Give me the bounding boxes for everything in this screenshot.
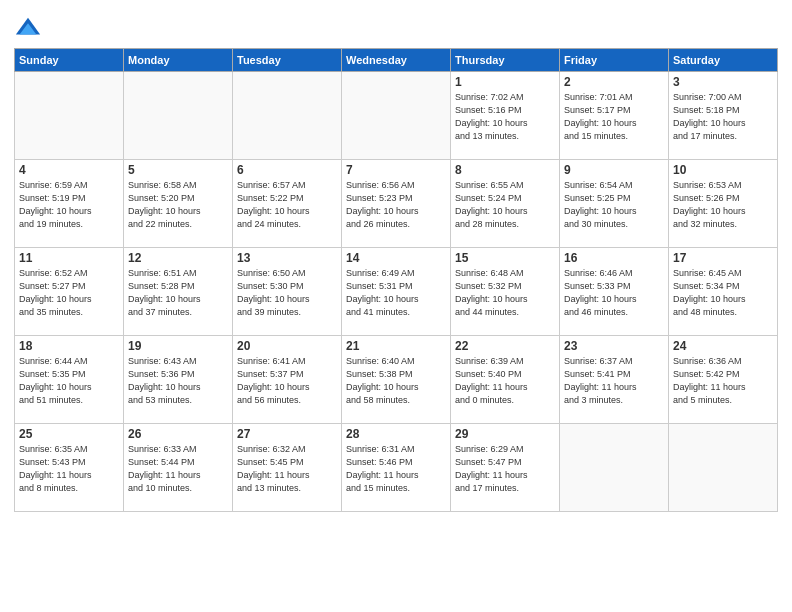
calendar-cell: 19Sunrise: 6:43 AM Sunset: 5:36 PM Dayli… bbox=[124, 336, 233, 424]
day-number: 13 bbox=[237, 251, 337, 265]
calendar-cell: 2Sunrise: 7:01 AM Sunset: 5:17 PM Daylig… bbox=[560, 72, 669, 160]
page-container: SundayMondayTuesdayWednesdayThursdayFrid… bbox=[0, 0, 792, 520]
day-number: 1 bbox=[455, 75, 555, 89]
calendar-cell: 24Sunrise: 6:36 AM Sunset: 5:42 PM Dayli… bbox=[669, 336, 778, 424]
day-info: Sunrise: 6:44 AM Sunset: 5:35 PM Dayligh… bbox=[19, 355, 119, 407]
calendar-cell: 5Sunrise: 6:58 AM Sunset: 5:20 PM Daylig… bbox=[124, 160, 233, 248]
day-number: 16 bbox=[564, 251, 664, 265]
day-info: Sunrise: 6:33 AM Sunset: 5:44 PM Dayligh… bbox=[128, 443, 228, 495]
day-number: 14 bbox=[346, 251, 446, 265]
calendar-header-row: SundayMondayTuesdayWednesdayThursdayFrid… bbox=[15, 49, 778, 72]
day-number: 27 bbox=[237, 427, 337, 441]
day-info: Sunrise: 6:50 AM Sunset: 5:30 PM Dayligh… bbox=[237, 267, 337, 319]
day-info: Sunrise: 6:41 AM Sunset: 5:37 PM Dayligh… bbox=[237, 355, 337, 407]
col-header-saturday: Saturday bbox=[669, 49, 778, 72]
day-number: 7 bbox=[346, 163, 446, 177]
day-number: 24 bbox=[673, 339, 773, 353]
day-info: Sunrise: 6:55 AM Sunset: 5:24 PM Dayligh… bbox=[455, 179, 555, 231]
day-number: 8 bbox=[455, 163, 555, 177]
calendar-cell: 1Sunrise: 7:02 AM Sunset: 5:16 PM Daylig… bbox=[451, 72, 560, 160]
day-number: 26 bbox=[128, 427, 228, 441]
day-info: Sunrise: 6:37 AM Sunset: 5:41 PM Dayligh… bbox=[564, 355, 664, 407]
day-info: Sunrise: 6:39 AM Sunset: 5:40 PM Dayligh… bbox=[455, 355, 555, 407]
calendar-week-3: 11Sunrise: 6:52 AM Sunset: 5:27 PM Dayli… bbox=[15, 248, 778, 336]
calendar-cell: 4Sunrise: 6:59 AM Sunset: 5:19 PM Daylig… bbox=[15, 160, 124, 248]
day-info: Sunrise: 6:51 AM Sunset: 5:28 PM Dayligh… bbox=[128, 267, 228, 319]
day-number: 9 bbox=[564, 163, 664, 177]
day-info: Sunrise: 6:46 AM Sunset: 5:33 PM Dayligh… bbox=[564, 267, 664, 319]
col-header-tuesday: Tuesday bbox=[233, 49, 342, 72]
day-info: Sunrise: 6:32 AM Sunset: 5:45 PM Dayligh… bbox=[237, 443, 337, 495]
col-header-wednesday: Wednesday bbox=[342, 49, 451, 72]
day-number: 6 bbox=[237, 163, 337, 177]
logo bbox=[14, 14, 46, 42]
day-info: Sunrise: 6:43 AM Sunset: 5:36 PM Dayligh… bbox=[128, 355, 228, 407]
day-info: Sunrise: 6:57 AM Sunset: 5:22 PM Dayligh… bbox=[237, 179, 337, 231]
calendar-cell: 29Sunrise: 6:29 AM Sunset: 5:47 PM Dayli… bbox=[451, 424, 560, 512]
day-info: Sunrise: 6:59 AM Sunset: 5:19 PM Dayligh… bbox=[19, 179, 119, 231]
calendar-cell bbox=[124, 72, 233, 160]
calendar-cell: 28Sunrise: 6:31 AM Sunset: 5:46 PM Dayli… bbox=[342, 424, 451, 512]
day-info: Sunrise: 6:56 AM Sunset: 5:23 PM Dayligh… bbox=[346, 179, 446, 231]
calendar-week-2: 4Sunrise: 6:59 AM Sunset: 5:19 PM Daylig… bbox=[15, 160, 778, 248]
calendar-cell: 18Sunrise: 6:44 AM Sunset: 5:35 PM Dayli… bbox=[15, 336, 124, 424]
calendar-cell: 8Sunrise: 6:55 AM Sunset: 5:24 PM Daylig… bbox=[451, 160, 560, 248]
day-info: Sunrise: 6:35 AM Sunset: 5:43 PM Dayligh… bbox=[19, 443, 119, 495]
col-header-monday: Monday bbox=[124, 49, 233, 72]
calendar-cell: 14Sunrise: 6:49 AM Sunset: 5:31 PM Dayli… bbox=[342, 248, 451, 336]
calendar-cell: 7Sunrise: 6:56 AM Sunset: 5:23 PM Daylig… bbox=[342, 160, 451, 248]
day-number: 21 bbox=[346, 339, 446, 353]
calendar-cell: 21Sunrise: 6:40 AM Sunset: 5:38 PM Dayli… bbox=[342, 336, 451, 424]
day-number: 22 bbox=[455, 339, 555, 353]
day-number: 12 bbox=[128, 251, 228, 265]
calendar-week-1: 1Sunrise: 7:02 AM Sunset: 5:16 PM Daylig… bbox=[15, 72, 778, 160]
day-number: 10 bbox=[673, 163, 773, 177]
calendar-cell: 6Sunrise: 6:57 AM Sunset: 5:22 PM Daylig… bbox=[233, 160, 342, 248]
day-number: 19 bbox=[128, 339, 228, 353]
day-number: 5 bbox=[128, 163, 228, 177]
col-header-sunday: Sunday bbox=[15, 49, 124, 72]
calendar-cell: 23Sunrise: 6:37 AM Sunset: 5:41 PM Dayli… bbox=[560, 336, 669, 424]
day-number: 18 bbox=[19, 339, 119, 353]
day-number: 17 bbox=[673, 251, 773, 265]
calendar-cell: 13Sunrise: 6:50 AM Sunset: 5:30 PM Dayli… bbox=[233, 248, 342, 336]
day-info: Sunrise: 6:29 AM Sunset: 5:47 PM Dayligh… bbox=[455, 443, 555, 495]
calendar-cell bbox=[560, 424, 669, 512]
logo-icon bbox=[14, 14, 42, 42]
day-info: Sunrise: 6:53 AM Sunset: 5:26 PM Dayligh… bbox=[673, 179, 773, 231]
day-info: Sunrise: 6:52 AM Sunset: 5:27 PM Dayligh… bbox=[19, 267, 119, 319]
day-number: 3 bbox=[673, 75, 773, 89]
day-number: 2 bbox=[564, 75, 664, 89]
day-number: 4 bbox=[19, 163, 119, 177]
day-info: Sunrise: 6:58 AM Sunset: 5:20 PM Dayligh… bbox=[128, 179, 228, 231]
calendar-week-5: 25Sunrise: 6:35 AM Sunset: 5:43 PM Dayli… bbox=[15, 424, 778, 512]
day-info: Sunrise: 6:45 AM Sunset: 5:34 PM Dayligh… bbox=[673, 267, 773, 319]
day-number: 15 bbox=[455, 251, 555, 265]
calendar-cell: 25Sunrise: 6:35 AM Sunset: 5:43 PM Dayli… bbox=[15, 424, 124, 512]
calendar-cell: 15Sunrise: 6:48 AM Sunset: 5:32 PM Dayli… bbox=[451, 248, 560, 336]
calendar-cell bbox=[233, 72, 342, 160]
day-info: Sunrise: 7:00 AM Sunset: 5:18 PM Dayligh… bbox=[673, 91, 773, 143]
day-info: Sunrise: 7:01 AM Sunset: 5:17 PM Dayligh… bbox=[564, 91, 664, 143]
col-header-friday: Friday bbox=[560, 49, 669, 72]
day-info: Sunrise: 6:48 AM Sunset: 5:32 PM Dayligh… bbox=[455, 267, 555, 319]
day-number: 11 bbox=[19, 251, 119, 265]
calendar-cell: 16Sunrise: 6:46 AM Sunset: 5:33 PM Dayli… bbox=[560, 248, 669, 336]
day-info: Sunrise: 7:02 AM Sunset: 5:16 PM Dayligh… bbox=[455, 91, 555, 143]
calendar-cell: 26Sunrise: 6:33 AM Sunset: 5:44 PM Dayli… bbox=[124, 424, 233, 512]
day-number: 20 bbox=[237, 339, 337, 353]
calendar-week-4: 18Sunrise: 6:44 AM Sunset: 5:35 PM Dayli… bbox=[15, 336, 778, 424]
calendar-cell bbox=[342, 72, 451, 160]
day-number: 28 bbox=[346, 427, 446, 441]
calendar-cell: 11Sunrise: 6:52 AM Sunset: 5:27 PM Dayli… bbox=[15, 248, 124, 336]
calendar-cell: 12Sunrise: 6:51 AM Sunset: 5:28 PM Dayli… bbox=[124, 248, 233, 336]
day-info: Sunrise: 6:31 AM Sunset: 5:46 PM Dayligh… bbox=[346, 443, 446, 495]
col-header-thursday: Thursday bbox=[451, 49, 560, 72]
day-number: 23 bbox=[564, 339, 664, 353]
day-info: Sunrise: 6:49 AM Sunset: 5:31 PM Dayligh… bbox=[346, 267, 446, 319]
header-row bbox=[14, 10, 778, 42]
calendar-cell: 3Sunrise: 7:00 AM Sunset: 5:18 PM Daylig… bbox=[669, 72, 778, 160]
calendar-cell bbox=[669, 424, 778, 512]
calendar-cell bbox=[15, 72, 124, 160]
calendar-cell: 22Sunrise: 6:39 AM Sunset: 5:40 PM Dayli… bbox=[451, 336, 560, 424]
